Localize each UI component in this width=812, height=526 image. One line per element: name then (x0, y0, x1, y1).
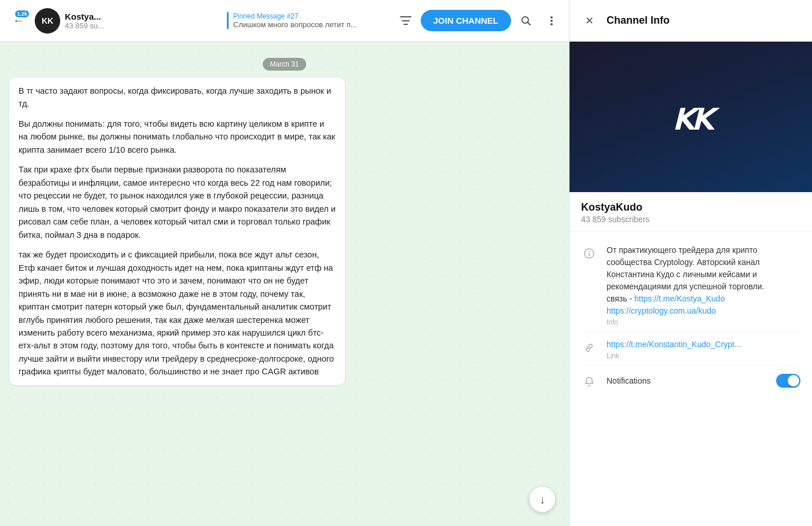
pinned-message[interactable]: Pinned Message #27 Слишком много вопросо… (227, 12, 391, 29)
scroll-down-icon: ↓ (539, 493, 545, 506)
svg-point-10 (589, 251, 590, 252)
chat-header: ← 1,2k KK Kostya... 43 859 su... Pinned … (0, 0, 569, 42)
back-button[interactable]: ← 1,2k (7, 9, 30, 32)
message-paragraph-2: Вы должны понимать: для того, чтобы виде… (19, 117, 336, 156)
description-link1[interactable]: https://t.me/Kostya_Kudo (634, 294, 725, 303)
description-item: От практикующего трейдера для крипто соо… (581, 238, 800, 333)
description-content: От практикующего трейдера для крипто соо… (607, 244, 800, 326)
svg-rect-1 (402, 20, 410, 21)
back-badge: 1,2k (15, 10, 29, 17)
svg-point-5 (550, 16, 553, 19)
more-options-button[interactable] (541, 10, 562, 31)
description-link2[interactable]: https://cryptology.com.ua/kudo (607, 306, 716, 315)
pinned-text: Слишком много вопросов летит п... (233, 20, 391, 29)
channel-info-panel: ✕ Channel Info ᴋᴋ KostyaKudo 43 859 subs… (569, 0, 812, 526)
channel-banner: ᴋᴋ (569, 42, 812, 192)
link-item: https://t.me/Konstantin_Kudo_Crypt... Li… (581, 333, 800, 366)
svg-point-6 (550, 20, 553, 22)
info-section: От практикующего трейдера для крипто соо… (569, 231, 812, 526)
bell-icon-svg (584, 376, 594, 387)
filter-icon (400, 16, 411, 25)
link-icon (581, 340, 597, 356)
right-panel-header: ✕ Channel Info (569, 0, 812, 42)
notifications-row: Notifications (581, 366, 800, 395)
svg-line-4 (528, 22, 531, 25)
channel-info[interactable]: Kostya... 43 859 su... (65, 12, 222, 30)
link-content: https://t.me/Konstantin_Kudo_Crypt... Li… (607, 339, 800, 360)
message-text: В тг часто задают вопросы, когда фиксиро… (19, 84, 336, 378)
description-text: От практикующего трейдера для крипто соо… (607, 244, 800, 317)
channel-profile: KostyaKudo 43 859 subscribers (569, 192, 812, 231)
chat-area: March 31 В тг часто задают вопросы, когд… (0, 42, 569, 526)
svg-point-7 (550, 23, 553, 25)
channel-name: Kostya... (65, 12, 222, 21)
channel-logo: ᴋᴋ (672, 95, 710, 138)
message-paragraph-3: Так при крахе фтх были первые признаки р… (19, 163, 336, 241)
channel-link[interactable]: https://t.me/Konstantin_Kudo_Crypt... (607, 340, 741, 349)
search-icon (521, 16, 531, 26)
search-button[interactable] (516, 10, 537, 31)
chain-link-icon (584, 343, 594, 353)
profile-name: KostyaKudo (581, 201, 800, 214)
message-paragraph-1: В тг часто задают вопросы, когда фиксиро… (19, 84, 336, 111)
join-channel-button[interactable]: JOIN CHANNEL (421, 10, 512, 31)
bell-icon (581, 373, 597, 389)
pinned-label: Pinned Message #27 (233, 12, 391, 20)
date-divider: March 31 (9, 58, 560, 71)
date-badge: March 31 (263, 58, 306, 71)
filter-button[interactable] (395, 10, 416, 31)
channel-subscribers: 43 859 su... (65, 21, 222, 30)
scroll-down-button[interactable]: ↓ (530, 487, 555, 512)
info-section-label: Info (607, 318, 800, 326)
more-icon (550, 16, 553, 26)
notifications-toggle[interactable] (776, 374, 800, 388)
panel-title: Channel Info (607, 14, 670, 27)
message-paragraph-4: так же будет происходить и с фиксацией п… (19, 248, 336, 378)
link-url: https://t.me/Konstantin_Kudo_Crypt... (607, 339, 800, 351)
channel-avatar: KK (35, 8, 60, 34)
profile-subscribers: 43 859 subscribers (581, 215, 800, 224)
close-panel-button[interactable]: ✕ (579, 10, 600, 31)
link-label: Link (607, 352, 800, 360)
svg-rect-0 (400, 16, 411, 17)
message-bubble: В тг часто задают вопросы, когда фиксиро… (9, 78, 345, 385)
info-icon (581, 245, 597, 262)
notifications-label: Notifications (607, 376, 767, 385)
info-circle-icon (584, 248, 594, 259)
svg-rect-2 (403, 24, 408, 25)
